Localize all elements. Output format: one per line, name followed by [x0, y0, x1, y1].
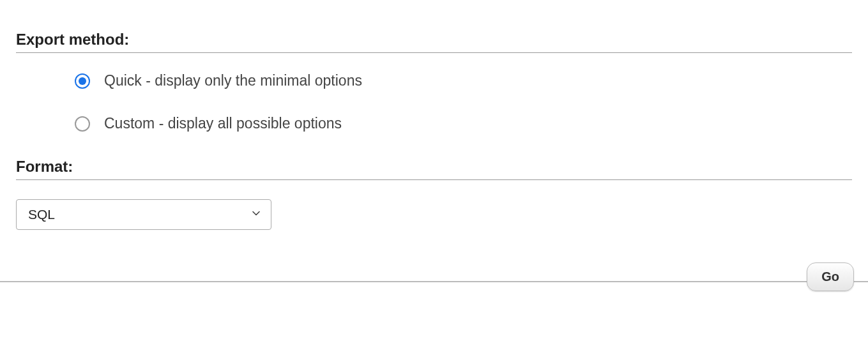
radio-row-custom[interactable]: Custom - display all possible options: [75, 115, 852, 132]
export-method-radio-group: Quick - display only the minimal options…: [16, 53, 852, 132]
radio-inner-icon: [79, 77, 86, 85]
radio-row-quick[interactable]: Quick - display only the minimal options: [75, 72, 852, 89]
format-select[interactable]: SQL: [16, 199, 271, 230]
go-button[interactable]: Go: [807, 262, 854, 291]
radio-quick[interactable]: [75, 73, 90, 89]
format-select-value[interactable]: SQL: [16, 199, 271, 230]
radio-label-custom[interactable]: Custom - display all possible options: [104, 115, 342, 132]
export-method-heading: Export method:: [16, 31, 852, 53]
radio-label-quick[interactable]: Quick - display only the minimal options: [104, 72, 362, 89]
radio-custom[interactable]: [75, 116, 90, 132]
format-heading: Format:: [16, 158, 852, 180]
